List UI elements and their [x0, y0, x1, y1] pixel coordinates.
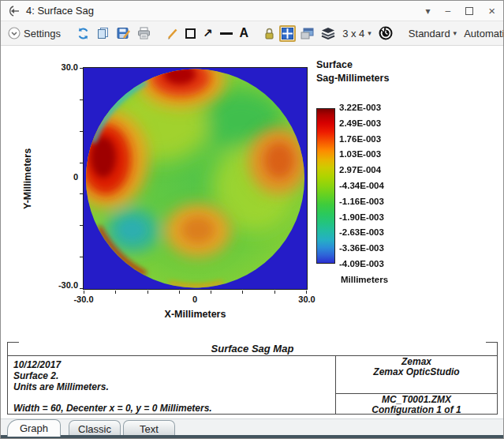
- text-icon: A: [240, 27, 249, 39]
- colorbar-tick: -2.63E-003: [339, 227, 384, 237]
- automatic-dropdown[interactable]: Automatic ▾: [461, 26, 504, 41]
- surface-sag-window: 4: Surface Sag ▾ – × Settings: [0, 0, 504, 439]
- refresh-button[interactable]: [74, 25, 92, 42]
- settings-button[interactable]: Settings: [6, 25, 63, 41]
- rectangle-annotation-button[interactable]: [183, 27, 198, 40]
- colorbar-tick: -4.09E-003: [339, 259, 384, 268]
- y-tick-label-top: 30.0: [43, 62, 78, 72]
- split-window-icon: [282, 28, 293, 39]
- chevron-down-icon: ▾: [454, 29, 457, 37]
- arrow-annotation-button[interactable]: ↗: [200, 26, 215, 41]
- save-button[interactable]: [114, 25, 133, 41]
- legend-title-line2: Sag-Millimeters: [316, 73, 389, 84]
- save-icon: [117, 27, 130, 39]
- line-annotation-button[interactable]: [218, 31, 235, 36]
- y-axis-title: Y-Millimeters: [21, 68, 34, 289]
- cascade-windows-icon: [301, 28, 314, 39]
- colorbar-tick: -1.16E-003: [339, 197, 384, 206]
- x-tick-label-mid: 0: [177, 295, 213, 304]
- colorbar-tick: -1.90E-003: [339, 212, 384, 222]
- colorbar-tick: 1.76E-003: [339, 134, 384, 144]
- colorbar-tick: 2.97E-004: [339, 165, 384, 174]
- legend-title-line1: Surface: [316, 59, 353, 70]
- colorbar-tick: -3.36E-003: [339, 243, 384, 253]
- x-tick-label-right: 30.0: [289, 295, 325, 304]
- annotation-units: Units are Millimeters.: [13, 381, 329, 392]
- arrow-icon: ↗: [203, 28, 213, 39]
- toolbar: Settings: [1, 21, 503, 46]
- tab-graph[interactable]: Graph: [7, 419, 61, 437]
- x-tick-label-left: -30.0: [65, 295, 102, 304]
- annotation-date: 10/12/2017: [13, 359, 329, 370]
- print-button[interactable]: [135, 25, 153, 41]
- chevron-down-icon: ▾: [368, 29, 371, 37]
- annotation-file-info: MC_T0001.ZMX Configuration 1 of 1: [336, 395, 497, 415]
- y-tick-label-mid: 0: [43, 172, 78, 182]
- pencil-annotation-button[interactable]: [164, 26, 181, 41]
- annotation-left-text: 10/12/2017 Surface 2. Units are Millimet…: [13, 359, 329, 414]
- x-axis-ticks: [84, 291, 307, 294]
- reset-rotate-icon: [379, 26, 393, 40]
- window-bottom-edge: [1, 435, 503, 438]
- lock-icon: [264, 28, 274, 39]
- line-icon: [220, 32, 233, 35]
- colorbar: [316, 108, 335, 264]
- annotation-surface: Surface 2.: [13, 370, 329, 381]
- pencil-icon: [166, 28, 178, 39]
- cascade-windows-button[interactable]: [298, 26, 316, 41]
- window-dock-icon[interactable]: [7, 6, 21, 17]
- layers-icon: [321, 28, 335, 39]
- tab-text[interactable]: Text: [123, 420, 175, 437]
- settings-chevron-icon: [8, 27, 21, 39]
- annotation-box: Surface Sag Map 10/12/2017 Surface 2. Un…: [7, 342, 498, 415]
- split-window-button[interactable]: [279, 25, 296, 42]
- brand-line2: Zemax OpticStudio: [336, 367, 497, 377]
- refresh-icon: [77, 27, 90, 40]
- rectangle-icon: [185, 28, 196, 39]
- minimize-icon[interactable]: –: [446, 6, 451, 16]
- annotation-title: Surface Sag Map: [8, 343, 497, 355]
- window-title: 4: Surface Sag: [26, 5, 94, 17]
- copy-icon: [97, 27, 110, 39]
- colorbar-tick: 2.49E-003: [339, 118, 384, 128]
- plot-panel: Y-Millimeters 30.0 0 -30.0 -30.0 0 30.0 …: [1, 47, 503, 438]
- title-bar: 4: Surface Sag ▾ – ×: [1, 1, 503, 21]
- reset-view-button[interactable]: [376, 24, 395, 42]
- x-axis-title: X-Millimeters: [84, 309, 307, 320]
- annotation-params: Width = 60, Decenter x = 0, y = 0 Millim…: [13, 403, 329, 414]
- copy-button[interactable]: [95, 25, 112, 41]
- standard-dropdown[interactable]: Standard ▾: [406, 26, 459, 41]
- grid-size-dropdown[interactable]: 3 x 4 ▾: [340, 26, 374, 41]
- colorbar-tick: 1.03E-003: [339, 149, 384, 159]
- print-icon: [137, 27, 151, 39]
- colorbar-tick: 3.22E-003: [339, 103, 384, 112]
- tab-classic[interactable]: Classic: [69, 420, 121, 437]
- sag-heatmap-svg: [84, 68, 307, 289]
- window-menu-caret-icon[interactable]: ▾: [426, 6, 431, 16]
- text-annotation-button[interactable]: A: [237, 25, 252, 41]
- layers-button[interactable]: [319, 26, 338, 41]
- surface-sag-map[interactable]: [83, 67, 308, 290]
- colorbar-tick: -4.34E-004: [339, 181, 384, 190]
- colorbar-units: Millimeters: [341, 275, 388, 284]
- lock-button[interactable]: [262, 26, 277, 41]
- maximize-icon[interactable]: [465, 7, 473, 15]
- configuration: Configuration 1 of 1: [336, 405, 497, 415]
- annotation-branding: Zemax Zemax OpticStudio: [336, 357, 497, 377]
- y-tick-label-bot: -30.0: [43, 280, 78, 290]
- tab-bar: Graph Classic Text: [1, 418, 503, 436]
- close-icon[interactable]: ×: [488, 5, 495, 17]
- colorbar-tick-labels: 3.22E-003 2.49E-003 1.76E-003 1.03E-003 …: [339, 103, 384, 268]
